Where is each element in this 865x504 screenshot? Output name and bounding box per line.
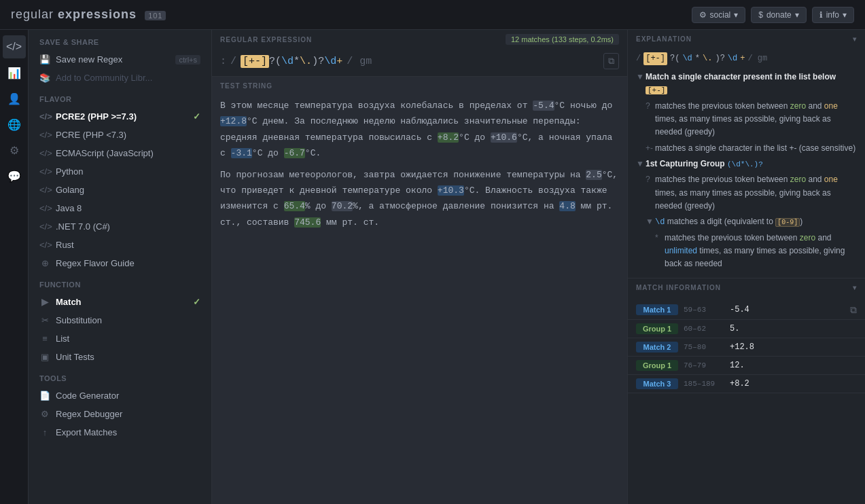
- topnav: regular expressions 101 ⚙ social ▾ $ don…: [0, 0, 865, 30]
- logo-badge: 101: [145, 11, 166, 20]
- match-highlight-3: +8.2: [438, 132, 459, 143]
- group-1a-range: 60–62: [684, 325, 724, 333]
- explanation-chevron: ▾: [853, 35, 857, 43]
- donate-chevron-icon: ▾: [795, 10, 799, 20]
- function-substitution[interactable]: ✂ Substitution: [29, 311, 211, 329]
- exp-desc-1b: matches a single character in the list +…: [655, 142, 855, 155]
- function-unit-tests[interactable]: ▣ Unit Tests: [29, 348, 211, 366]
- exp-d2: \d: [728, 52, 737, 65]
- chart-icon: 📊: [7, 67, 21, 79]
- logo-expressions: expressions: [58, 7, 137, 21]
- flavor-rust[interactable]: </> Rust: [29, 236, 211, 254]
- iconbar-globe[interactable]: 🌐: [3, 113, 26, 136]
- settings-icon: ⚙: [10, 144, 19, 157]
- flavor-python[interactable]: </> Python: [29, 162, 211, 181]
- match-1-badge: Match 1: [636, 304, 678, 315]
- flavor-golang[interactable]: </> Golang: [29, 181, 211, 199]
- test-string-p1: В этом месяце температура воздуха колеба…: [220, 98, 619, 162]
- explanation-header[interactable]: EXPLANATION ▾: [628, 30, 865, 48]
- social-button[interactable]: ⚙ social ▾: [692, 7, 746, 23]
- flavor-guide-icon: ⊕: [39, 258, 50, 268]
- tool-debugger[interactable]: ⚙ Regex Debugger: [29, 405, 211, 423]
- info-button[interactable]: ℹ info ▾: [812, 7, 854, 23]
- regex-copy-button[interactable]: ⧉: [603, 53, 619, 69]
- function-list[interactable]: ≡ List: [29, 329, 211, 348]
- flavor-ecma-icon: </>: [39, 148, 50, 158]
- exp-pattern-row: / [+-] ?( \d * \. )? \d + / gm: [636, 52, 857, 65]
- flavor-pcre2[interactable]: </> PCRE2 (PHP >=7.3) ✓: [29, 107, 211, 126]
- function-match[interactable]: ▶ Match ✓: [29, 293, 211, 311]
- match-2-range: 75–80: [684, 343, 724, 351]
- exp-rest2: )?: [715, 52, 724, 65]
- user-icon: 👤: [7, 92, 21, 105]
- token-backslash-d: \d: [281, 56, 294, 67]
- iconbar-chart[interactable]: 📊: [3, 61, 26, 84]
- token-d-final: \d: [324, 56, 336, 67]
- iconbar-user[interactable]: 👤: [3, 87, 26, 110]
- flavor-java[interactable]: </> Java 8: [29, 199, 211, 217]
- social-label: social: [710, 10, 731, 20]
- explanation-title: EXPLANATION: [636, 35, 692, 43]
- add-community-icon: 📚: [39, 73, 50, 83]
- function-list-label: List: [56, 334, 69, 344]
- match-row-group-2a: Group 1 76–79 12.: [628, 357, 865, 375]
- exp-item-1b: +- matches a single character in the lis…: [646, 142, 857, 155]
- exp-q-1a: ?: [646, 100, 652, 139]
- exp-item-2c: * matches the previous token between zer…: [655, 232, 857, 271]
- flavor-pcre2-check: ✓: [193, 111, 200, 122]
- tool-code-gen[interactable]: 📄 Code Generator: [29, 386, 211, 405]
- match-3-badge: Match 3: [636, 378, 678, 389]
- exp-slash1: /: [636, 52, 641, 65]
- icon-bar: </> 📊 👤 🌐 ⚙ 💬: [0, 30, 29, 504]
- tools-title: TOOLS: [29, 366, 211, 386]
- function-match-check: ✓: [193, 297, 200, 307]
- flavor-python-icon: </>: [39, 166, 50, 177]
- group-1a-value: 5.: [730, 324, 739, 334]
- flavor-ecma[interactable]: </> ECMAScript (JavaScript): [29, 144, 211, 162]
- match-3-value: +8.2: [730, 379, 749, 389]
- exp-sub-2b: * matches the previous token between zer…: [646, 232, 857, 271]
- regex-pattern-display[interactable]: [+-]?(\d*\.)?\d+: [241, 55, 342, 68]
- flavor-guide[interactable]: ⊕ Regex Flavor Guide: [29, 254, 211, 272]
- iconbar-settings[interactable]: ⚙: [3, 139, 26, 162]
- match-info-header[interactable]: MATCH INFORMATION ▾: [628, 278, 865, 297]
- iconbar-chat[interactable]: 💬: [3, 164, 26, 187]
- flavor-ecma-label: ECMAScript (JavaScript): [56, 148, 154, 158]
- match-highlight-7: 2.5: [586, 170, 601, 180]
- regex-open-delimiter: :: [220, 56, 226, 67]
- flavor-dotnet[interactable]: </> .NET 7.0 (C#): [29, 217, 211, 236]
- save-icon: 💾: [39, 54, 50, 65]
- main-layout: </> 📊 👤 🌐 ⚙ 💬 SAVE & SHARE 💾 Save new Re…: [0, 30, 865, 504]
- match-1-copy-icon[interactable]: ⧉: [850, 304, 857, 316]
- flavor-java-label: Java 8: [56, 203, 82, 213]
- flavor-dotnet-label: .NET 7.0 (C#): [56, 221, 110, 232]
- token-paren-open: (: [275, 56, 281, 67]
- exp-arrow-2: ▼: [636, 158, 643, 170]
- token-bracket: [+-]: [241, 55, 269, 68]
- regex-section: REGULAR EXPRESSION 12 matches (133 steps…: [212, 30, 627, 77]
- tool-export[interactable]: ↑ Export Matches: [29, 423, 211, 442]
- save-new-label: Save new Regex: [56, 54, 122, 65]
- match-highlight-1: -5.4: [533, 101, 554, 111]
- test-string-area[interactable]: В этом месяце температура воздуха колеба…: [212, 92, 627, 504]
- exp-desc-1a: matches the previous token between zero …: [655, 100, 857, 139]
- donate-button[interactable]: $ donate ▾: [751, 7, 806, 23]
- function-sub-icon: ✂: [39, 315, 50, 325]
- exp-d1: \d: [682, 52, 692, 65]
- exp-arrow-1: ▼: [636, 71, 643, 84]
- explanation-section: EXPLANATION ▾ / [+-] ?( \d * \. )? \d + …: [628, 30, 865, 278]
- save-new-regex-item[interactable]: 💾 Save new Regex ctrl+s: [29, 50, 211, 69]
- tool-code-icon: 📄: [39, 391, 50, 401]
- flavor-pcre-label: PCRE (PHP <7.3): [56, 130, 126, 140]
- flavor-pcre[interactable]: </> PCRE (PHP <7.3): [29, 126, 211, 144]
- explanation-body: / [+-] ?( \d * \. )? \d + / gm ▼ Match a…: [628, 48, 865, 278]
- token-star: *: [294, 56, 300, 67]
- add-community-item[interactable]: 📚 Add to Community Libr...: [29, 69, 211, 87]
- donate-icon: $: [758, 10, 763, 20]
- flavor-title: FLAVOR: [29, 87, 211, 107]
- match-info-chevron: ▾: [853, 284, 857, 291]
- exp-q-2a: ?: [646, 173, 652, 213]
- iconbar-code[interactable]: </>: [3, 35, 26, 58]
- group-2a-badge: Group 1: [636, 360, 678, 371]
- match-info-title: MATCH INFORMATION: [636, 284, 721, 291]
